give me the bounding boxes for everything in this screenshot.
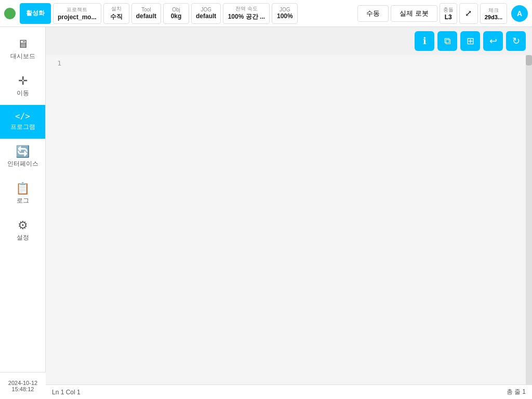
undo-button[interactable]: ↩ [483, 31, 503, 51]
program-icon: </> [15, 112, 30, 121]
sidebar-item-label-interface: 인터페이스 [7, 159, 38, 168]
jog-percent-label: JOG [280, 7, 290, 12]
sidebar-item-dashboard[interactable]: 🖥 대시보드 [0, 31, 45, 68]
jog-section[interactable]: JOG default [191, 3, 221, 24]
scrollbar[interactable] [526, 55, 532, 384]
collision-value: L3 [445, 14, 452, 21]
sidebar-item-interface[interactable]: 🔄 인터페이스 [0, 139, 45, 176]
expand-button[interactable]: ⤢ [459, 3, 478, 24]
datetime-area: 2024-10-12 15:48:12 [0, 372, 46, 399]
real-robot-button[interactable]: 실제 로봇 [391, 5, 437, 22]
jog-value: default [196, 12, 216, 20]
setup-section[interactable]: 설치 수직 [103, 3, 129, 24]
project-label: 프로젝트 [66, 6, 87, 14]
obj-label: Obj [172, 7, 180, 12]
grid-button[interactable]: ⊞ [460, 31, 480, 51]
interface-icon: 🔄 [16, 146, 30, 157]
sidebar-item-label-program: 프로그램 [10, 123, 35, 131]
status-bar: Ln 1 Col 1 총 줄 1 [46, 384, 532, 399]
setup-label: 설치 [111, 5, 122, 12]
sidebar-item-label-dashboard: 대시보드 [10, 52, 35, 61]
active-status-button[interactable]: 활성화 [20, 3, 51, 24]
info-button[interactable]: ℹ [415, 31, 434, 51]
scrollbar-thumb[interactable] [526, 55, 532, 65]
jog-percent-value: 100% [277, 12, 293, 20]
settings-icon: ⚙ [18, 220, 28, 231]
tool-section[interactable]: Tool default [131, 3, 161, 24]
speed-label: 전역 속도 [235, 5, 258, 12]
cursor-position: Ln 1 Col 1 [52, 389, 81, 396]
active-status-label: 활성화 [26, 9, 45, 18]
speed-section[interactable]: 전역 속도 100% 공간 ... [223, 3, 270, 24]
line-numbers: 1 [46, 55, 66, 384]
check-section[interactable]: 체크 29d3... [480, 3, 507, 24]
sidebar-item-move[interactable]: ✛ 이동 [0, 68, 45, 105]
line-number-1: 1 [57, 59, 61, 67]
sidebar-item-label-move: 이동 [17, 89, 29, 98]
redo-button[interactable]: ↻ [506, 31, 526, 51]
top-toolbar: 활성화 프로젝트 project_mo... 설치 수직 Tool defaul… [0, 0, 532, 27]
obj-section[interactable]: Obj 0kg [163, 3, 189, 24]
date-display: 2024-10-12 [8, 380, 37, 386]
manual-button[interactable]: 수동 [357, 5, 389, 22]
sidebar-item-program[interactable]: </> 프로그램 [0, 105, 45, 139]
jog-label: JOG [201, 7, 211, 12]
collision-label: 충돌 [443, 6, 454, 14]
project-value: project_mo... [58, 14, 97, 21]
code-content[interactable] [66, 55, 526, 384]
sidebar-item-label-log: 로그 [17, 196, 29, 205]
project-section[interactable]: 프로젝트 project_mo... [53, 3, 101, 24]
setup-value: 수직 [110, 12, 123, 21]
move-icon: ✛ [18, 75, 28, 87]
sidebar-item-label-settings: 설정 [17, 233, 29, 242]
action-buttons-bar: ℹ ⧉ ⊞ ↩ ↻ [46, 27, 532, 55]
sidebar-item-log[interactable]: 📋 로그 [0, 176, 45, 212]
collision-section: 충돌 L3 [440, 3, 457, 24]
check-label: 체크 [488, 7, 499, 14]
speed-value: 100% 공간 ... [228, 12, 265, 21]
time-display: 15:48:12 [12, 386, 34, 392]
obj-value: 0kg [171, 12, 182, 20]
log-icon: 📋 [16, 183, 30, 194]
sidebar: 🖥 대시보드 ✛ 이동 </> 프로그램 🔄 인터페이스 📋 로그 ⚙ 설정 2… [0, 27, 46, 399]
user-avatar[interactable]: A [511, 5, 528, 22]
code-editor[interactable]: 1 [46, 55, 532, 384]
jog-percent-section[interactable]: JOG 100% [272, 3, 298, 24]
content-area: ℹ ⧉ ⊞ ↩ ↻ 1 Ln 1 Col 1 총 줄 1 [46, 27, 532, 399]
main-layout: 🖥 대시보드 ✛ 이동 </> 프로그램 🔄 인터페이스 📋 로그 ⚙ 설정 2… [0, 27, 532, 399]
total-lines: 총 줄 1 [507, 388, 526, 396]
copy-button[interactable]: ⧉ [437, 31, 457, 51]
sidebar-item-settings[interactable]: ⚙ 설정 [0, 212, 45, 249]
tool-value: default [136, 12, 156, 20]
tool-label: Tool [141, 7, 151, 12]
status-indicator [4, 8, 16, 19]
dashboard-icon: 🖥 [17, 38, 29, 50]
check-value: 29d3... [485, 14, 502, 20]
